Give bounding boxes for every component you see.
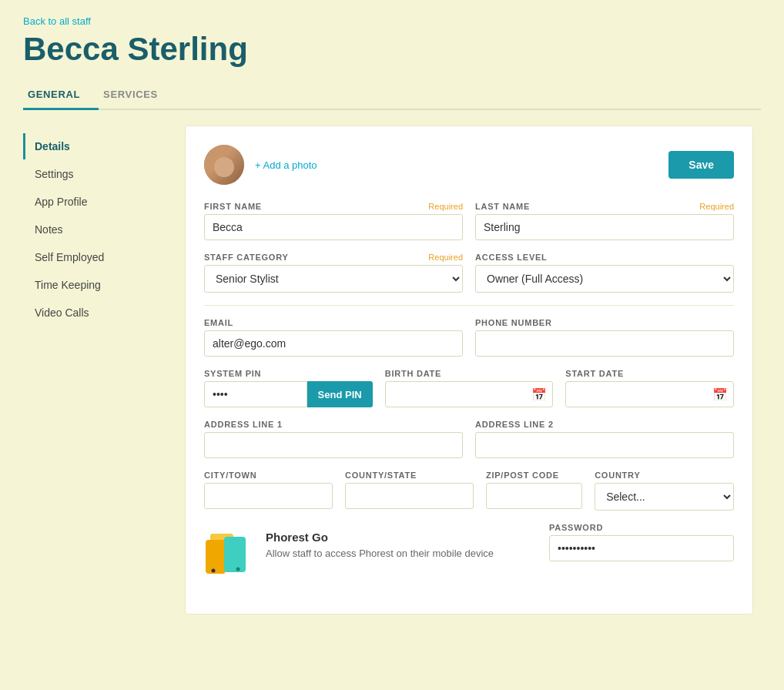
- city-group: CITY/TOWN: [204, 471, 333, 511]
- tabs-bar: GENERAL SERVICES: [23, 81, 761, 110]
- send-pin-button[interactable]: Send PIN: [307, 381, 373, 407]
- password-input[interactable]: [549, 535, 734, 561]
- sidebar-item-app-profile[interactable]: App Profile: [23, 189, 162, 215]
- first-name-label: FIRST NAME Required: [204, 202, 463, 211]
- address1-input[interactable]: [204, 432, 463, 458]
- avatar: [204, 145, 244, 185]
- phone-group: PHONE NUMBER: [475, 318, 734, 357]
- save-button[interactable]: Save: [668, 151, 734, 179]
- phone-label: PHONE NUMBER: [475, 318, 734, 327]
- sidebar: Details Settings App Profile Notes Self …: [23, 110, 169, 634]
- start-date-input[interactable]: [565, 381, 734, 407]
- sidebar-item-self-employed[interactable]: Self Employed: [23, 244, 162, 270]
- tab-general[interactable]: GENERAL: [23, 81, 99, 110]
- form-header-left: + Add a photo: [204, 145, 317, 185]
- svg-point-5: [236, 568, 240, 571]
- back-link[interactable]: Back to all staff: [23, 15, 91, 27]
- phorest-go-section: Phorest Go Allow staff to access Phorest…: [204, 531, 537, 580]
- phorest-go-group: Phorest Go Allow staff to access Phorest…: [204, 523, 537, 580]
- system-pin-input[interactable]: [204, 381, 307, 407]
- sidebar-item-settings[interactable]: Settings: [23, 161, 162, 187]
- svg-rect-3: [224, 537, 246, 572]
- phorest-go-description: Allow staff to access Phorest on their m…: [266, 547, 494, 561]
- address1-label: ADDRESS LINE 1: [204, 420, 463, 429]
- city-label: CITY/TOWN: [204, 471, 333, 480]
- birth-date-input-wrapper: 📅: [385, 381, 554, 407]
- content-area: Details Settings App Profile Notes Self …: [23, 110, 761, 634]
- zip-group: ZIP/POST CODE: [486, 471, 582, 511]
- phorest-password-row: Phorest Go Allow staff to access Phorest…: [204, 523, 734, 580]
- start-date-input-wrapper: 📅: [565, 381, 734, 407]
- email-phone-row: EMAIL PHONE NUMBER: [204, 318, 734, 357]
- first-name-required: Required: [428, 202, 463, 211]
- birth-date-calendar-icon[interactable]: 📅: [531, 387, 547, 402]
- password-group: PASSWORD: [549, 523, 734, 561]
- start-date-label: START DATE: [565, 369, 734, 378]
- staff-category-group: STAFF CATEGORY Required Senior Stylist: [204, 253, 463, 293]
- start-date-group: START DATE 📅: [565, 369, 734, 407]
- email-label: EMAIL: [204, 318, 463, 327]
- pin-input-group: Send PIN: [204, 381, 373, 407]
- access-level-group: ACCESS LEVEL Owner (Full Access): [475, 253, 734, 293]
- zip-input[interactable]: [486, 483, 582, 509]
- system-pin-label: SYSTEM PIN: [204, 369, 373, 378]
- county-group: COUNTY/STATE: [345, 471, 474, 511]
- email-input[interactable]: [204, 330, 463, 357]
- birth-date-group: BIRTH DATE 📅: [385, 369, 554, 407]
- svg-point-4: [212, 569, 216, 573]
- sidebar-item-details[interactable]: Details: [23, 133, 162, 159]
- system-pin-group: SYSTEM PIN Send PIN: [204, 369, 373, 407]
- first-name-group: FIRST NAME Required: [204, 202, 463, 240]
- county-input[interactable]: [345, 483, 474, 509]
- pin-dates-row: SYSTEM PIN Send PIN BIRTH DATE: [204, 369, 734, 407]
- main-content: + Add a photo Save FIRST NAME Required: [169, 110, 761, 634]
- country-label: COUNTRY: [595, 471, 734, 480]
- birth-date-label: BIRTH DATE: [385, 369, 554, 378]
- last-name-label: LAST NAME Required: [475, 202, 734, 211]
- country-group: COUNTRY Select...: [595, 471, 734, 511]
- city-input[interactable]: [204, 483, 333, 509]
- last-name-input[interactable]: [475, 214, 734, 240]
- address1-group: ADDRESS LINE 1: [204, 420, 463, 458]
- address-row: ADDRESS LINE 1 ADDRESS LINE 2: [204, 420, 734, 458]
- avatar-image: [204, 145, 244, 185]
- last-name-required: Required: [699, 202, 734, 211]
- location-row: CITY/TOWN COUNTY/STATE ZIP/POST CODE: [204, 471, 734, 511]
- phone-input[interactable]: [475, 330, 734, 357]
- last-name-group: LAST NAME Required: [475, 202, 734, 240]
- address2-group: ADDRESS LINE 2: [475, 420, 734, 458]
- password-label: PASSWORD: [549, 523, 734, 532]
- sidebar-item-video-calls[interactable]: Video Calls: [23, 300, 162, 326]
- phorest-go-title: Phorest Go: [266, 531, 494, 544]
- start-date-calendar-icon[interactable]: 📅: [712, 387, 728, 402]
- add-photo-link[interactable]: + Add a photo: [255, 159, 317, 171]
- form-card: + Add a photo Save FIRST NAME Required: [185, 126, 753, 615]
- tab-services[interactable]: SERVICES: [99, 81, 176, 110]
- access-level-label: ACCESS LEVEL: [475, 253, 734, 262]
- form-header: + Add a photo Save: [204, 145, 734, 185]
- address2-input[interactable]: [475, 432, 734, 458]
- category-row: STAFF CATEGORY Required Senior Stylist A…: [204, 253, 734, 293]
- address2-label: ADDRESS LINE 2: [475, 420, 734, 429]
- birth-date-input[interactable]: [385, 381, 554, 407]
- phorest-go-icon: [204, 531, 253, 580]
- sidebar-item-time-keeping[interactable]: Time Keeping: [23, 272, 162, 298]
- email-group: EMAIL: [204, 318, 463, 357]
- name-row: FIRST NAME Required LAST NAME Required: [204, 202, 734, 240]
- staff-category-required: Required: [428, 253, 463, 262]
- access-level-select[interactable]: Owner (Full Access): [475, 265, 734, 293]
- svg-rect-2: [206, 540, 226, 574]
- divider-1: [204, 305, 734, 306]
- sidebar-item-notes[interactable]: Notes: [23, 216, 162, 243]
- county-label: COUNTY/STATE: [345, 471, 474, 480]
- staff-category-select[interactable]: Senior Stylist: [204, 265, 463, 293]
- zip-label: ZIP/POST CODE: [486, 471, 582, 480]
- phorest-go-text: Phorest Go Allow staff to access Phorest…: [266, 531, 494, 561]
- page-title: Becca Sterling: [23, 32, 761, 67]
- staff-category-label: STAFF CATEGORY Required: [204, 253, 463, 262]
- country-select[interactable]: Select...: [595, 483, 734, 511]
- first-name-input[interactable]: [204, 214, 463, 240]
